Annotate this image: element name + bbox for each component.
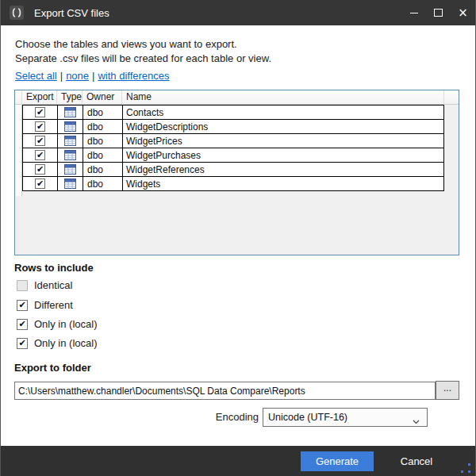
tables-grid: Export Type Owner Name ✔ [14,90,459,255]
name-cell: WidgetPrices [123,134,443,148]
footer-bar: Generate Cancel [1,446,475,476]
encoding-dropdown[interactable]: Unicode (UTF-16) [263,408,428,427]
include-checkbox[interactable]: ✔ [17,338,28,349]
type-cell [58,120,83,133]
chevron-down-icon [413,416,420,427]
export-to-folder-label: Export to folder [14,362,91,374]
window-title: Export CSV files [34,7,109,19]
export-cell: ✔ [23,148,58,162]
resize-grip-icon[interactable] [461,463,470,473]
owner-cell: dbo [83,120,123,133]
cancel-button[interactable]: Cancel [389,451,444,471]
export-checkbox[interactable]: ✔ [35,107,45,117]
owner-cell: dbo [83,163,123,176]
include-option: ✔ Different [17,299,73,311]
include-checkbox [17,280,28,291]
encoding-value: Unicode (UTF-16) [268,412,347,423]
include-option: ✔ Only in (local) [17,337,97,349]
export-csv-dialog: Export CSV files × Choose the tables and… [0,0,476,476]
grid-header-filler [444,90,459,104]
app-icon [10,6,24,20]
include-option: Identical [17,279,72,291]
minimize-button[interactable] [401,0,426,25]
rows-to-include-label: Rows to include [14,262,94,274]
generate-button[interactable]: Generate [301,451,374,471]
table-row: ✔ dbo WidgetDescriptions [22,119,444,134]
type-cell [58,134,83,148]
grid-corner [15,90,22,104]
export-checkbox[interactable]: ✔ [35,164,45,175]
type-cell [58,148,83,162]
intro-line-2: Separate .csv files will be created for … [15,52,271,64]
grid-header: Export Type Owner Name [15,90,459,105]
table-icon [64,150,76,160]
select-all-link[interactable]: Select all [15,70,57,82]
browse-folder-button[interactable]: ... [436,381,459,400]
encoding-label: Encoding [183,411,259,423]
export-checkbox[interactable]: ✔ [35,150,45,160]
export-cell: ✔ [23,163,58,176]
export-cell: ✔ [23,134,58,148]
type-cell [58,106,83,119]
with-differences-link[interactable]: with differences [98,70,169,82]
table-icon [64,178,76,189]
include-checkbox[interactable]: ✔ [17,319,28,330]
window-controls: × [401,0,475,25]
include-option: ✔ Only in (local) [17,318,97,330]
close-icon: × [458,7,468,19]
owner-cell: dbo [83,148,123,162]
row-header-strip [15,105,22,196]
intro-line-1: Choose the tables and views you want to … [15,38,237,50]
table-row: ✔ dbo WidgetPurchases [22,148,444,163]
table-row: ✔ dbo Contacts [22,105,444,120]
export-cell: ✔ [23,177,58,190]
maximize-icon [434,9,443,17]
export-checkbox[interactable]: ✔ [35,136,45,146]
table-icon [64,107,76,117]
export-cell: ✔ [23,106,58,119]
include-option-label: Different [34,299,73,311]
table-row: ✔ dbo WidgetPrices [22,133,444,148]
owner-cell: dbo [83,177,123,190]
type-cell [58,177,83,190]
include-option-label: Only in (local) [34,318,97,330]
select-none-link[interactable]: none [66,70,89,82]
column-header-owner[interactable]: Owner [83,90,122,104]
table-icon [64,121,76,132]
maximize-button[interactable] [426,0,451,25]
export-cell: ✔ [23,120,58,133]
title-bar: Export CSV files × [1,0,475,25]
grid-body: ✔ dbo Contacts ✔ [15,105,459,191]
include-option-label: Only in (local) [34,337,97,349]
include-option-label: Identical [34,279,72,291]
table-icon [64,164,76,175]
export-checkbox[interactable]: ✔ [35,178,45,189]
export-checkbox[interactable]: ✔ [35,121,45,132]
name-cell: Contacts [123,106,443,119]
close-button[interactable]: × [451,0,475,25]
table-icon [64,136,76,146]
column-header-type[interactable]: Type [57,90,83,104]
link-separator: | [92,70,94,82]
name-cell: Widgets [123,177,443,190]
owner-cell: dbo [83,134,123,148]
name-cell: WidgetPurchases [123,148,443,162]
table-row: ✔ dbo WidgetReferences [22,162,444,177]
include-checkbox[interactable]: ✔ [17,300,28,311]
link-separator: | [60,70,63,82]
export-folder-input[interactable] [14,382,436,400]
selection-links: Select all|none|with differences [15,70,170,82]
type-cell [58,163,83,176]
name-cell: WidgetReferences [123,163,443,176]
column-header-name[interactable]: Name [122,90,444,104]
name-cell: WidgetDescriptions [123,120,443,133]
owner-cell: dbo [83,106,123,119]
column-header-export[interactable]: Export [22,90,57,104]
minimize-icon [410,13,418,13]
table-row: ✔ dbo Widgets [22,176,444,191]
